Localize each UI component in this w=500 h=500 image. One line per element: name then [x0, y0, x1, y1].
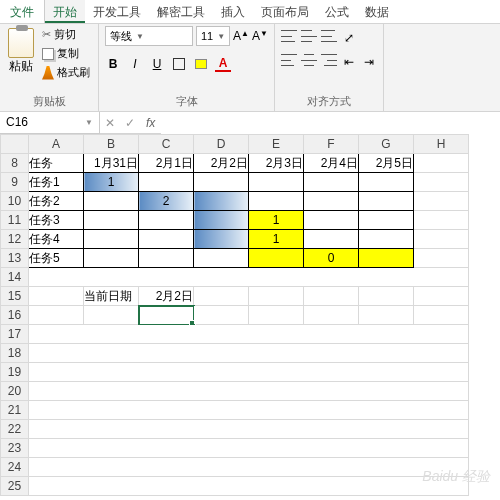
align-left-button[interactable] — [281, 54, 297, 66]
cell[interactable] — [84, 192, 139, 211]
tab-layout[interactable]: 页面布局 — [253, 0, 317, 23]
cell[interactable]: 0 — [304, 249, 359, 268]
cell[interactable] — [359, 211, 414, 230]
row-header[interactable]: 13 — [1, 249, 29, 268]
col-header[interactable]: B — [84, 135, 139, 154]
font-name-select[interactable]: 等线▼ — [105, 26, 193, 46]
italic-button[interactable]: I — [127, 56, 143, 72]
cell[interactable] — [139, 230, 194, 249]
tab-file[interactable]: 文件 — [0, 0, 45, 23]
spreadsheet-grid[interactable]: A B C D E F G H 8 任务 1月31日 2月1日 2月2日 2月3… — [0, 134, 469, 496]
row-header[interactable]: 9 — [1, 173, 29, 192]
font-color-button[interactable]: A — [215, 56, 231, 72]
font-size-select[interactable]: 11▼ — [196, 26, 230, 46]
cut-button[interactable]: ✂剪切 — [40, 26, 92, 43]
cell[interactable] — [414, 287, 469, 306]
cell[interactable]: 1 — [249, 230, 304, 249]
row-header[interactable]: 25 — [1, 477, 29, 496]
cell[interactable] — [414, 192, 469, 211]
row-header[interactable]: 20 — [1, 382, 29, 401]
cell[interactable]: 2月5日 — [359, 154, 414, 173]
cell[interactable]: 2月3日 — [249, 154, 304, 173]
cell[interactable] — [249, 306, 304, 325]
cell[interactable] — [359, 192, 414, 211]
cell[interactable]: 1 — [84, 173, 139, 192]
cell[interactable] — [84, 306, 139, 325]
cell[interactable] — [414, 230, 469, 249]
col-header[interactable]: E — [249, 135, 304, 154]
copy-button[interactable]: 复制 — [40, 45, 92, 62]
grow-font-button[interactable]: A▲ — [233, 28, 249, 44]
cell[interactable]: 当前日期 — [84, 287, 139, 306]
row-header[interactable]: 12 — [1, 230, 29, 249]
align-right-button[interactable] — [321, 54, 337, 66]
row-header[interactable]: 21 — [1, 401, 29, 420]
cell[interactable] — [29, 268, 469, 287]
cell[interactable] — [414, 154, 469, 173]
align-bottom-button[interactable] — [321, 30, 337, 42]
cell[interactable]: 2月2日 — [194, 154, 249, 173]
underline-button[interactable]: U — [149, 56, 165, 72]
cell[interactable] — [414, 306, 469, 325]
cell[interactable]: 2月4日 — [304, 154, 359, 173]
cell[interactable] — [359, 249, 414, 268]
formula-bar[interactable] — [161, 112, 500, 134]
cell[interactable]: 1 — [249, 211, 304, 230]
cell[interactable] — [194, 173, 249, 192]
cell[interactable] — [359, 230, 414, 249]
col-header[interactable]: D — [194, 135, 249, 154]
tab-parse[interactable]: 解密工具 — [149, 0, 213, 23]
cell[interactable] — [304, 173, 359, 192]
cell[interactable] — [84, 230, 139, 249]
cell[interactable] — [304, 211, 359, 230]
row-header[interactable]: 17 — [1, 325, 29, 344]
shrink-font-button[interactable]: A▼ — [252, 28, 268, 44]
cell[interactable] — [29, 382, 469, 401]
cell[interactable]: 任务4 — [29, 230, 84, 249]
align-middle-button[interactable] — [301, 30, 317, 42]
fx-icon[interactable]: fx — [140, 116, 161, 130]
cell[interactable]: 任务2 — [29, 192, 84, 211]
cell[interactable] — [249, 287, 304, 306]
cell[interactable] — [84, 249, 139, 268]
cell[interactable] — [29, 458, 469, 477]
cell[interactable] — [139, 173, 194, 192]
active-cell[interactable] — [139, 306, 194, 325]
cell[interactable] — [249, 192, 304, 211]
row-header[interactable]: 8 — [1, 154, 29, 173]
cell[interactable] — [194, 249, 249, 268]
cell[interactable] — [359, 306, 414, 325]
cell[interactable]: 2月1日 — [139, 154, 194, 173]
align-center-button[interactable] — [301, 54, 317, 66]
tab-home[interactable]: 开始 — [45, 0, 85, 23]
cell[interactable] — [359, 173, 414, 192]
col-header[interactable]: G — [359, 135, 414, 154]
cell[interactable] — [29, 420, 469, 439]
paste-button[interactable]: 粘贴 — [6, 26, 36, 77]
cell[interactable] — [194, 230, 249, 249]
cell[interactable] — [414, 211, 469, 230]
cell[interactable] — [414, 173, 469, 192]
cell[interactable] — [29, 477, 469, 496]
cell[interactable]: 任务1 — [29, 173, 84, 192]
cell[interactable] — [29, 344, 469, 363]
cell[interactable] — [29, 325, 469, 344]
align-top-button[interactable] — [281, 30, 297, 42]
row-header[interactable]: 22 — [1, 420, 29, 439]
cell[interactable]: 2 — [139, 192, 194, 211]
name-box[interactable]: C16▼ — [0, 112, 100, 134]
tab-data[interactable]: 数据 — [357, 0, 397, 23]
row-header[interactable]: 11 — [1, 211, 29, 230]
row-header[interactable]: 18 — [1, 344, 29, 363]
cell[interactable] — [304, 230, 359, 249]
select-all-corner[interactable] — [1, 135, 29, 154]
cell[interactable] — [359, 287, 414, 306]
bold-button[interactable]: B — [105, 56, 121, 72]
cell[interactable]: 任务 — [29, 154, 84, 173]
cell[interactable] — [249, 173, 304, 192]
cell[interactable] — [304, 306, 359, 325]
decrease-indent-button[interactable]: ⇤ — [341, 54, 357, 70]
cell[interactable] — [29, 401, 469, 420]
tab-formula[interactable]: 公式 — [317, 0, 357, 23]
row-header[interactable]: 10 — [1, 192, 29, 211]
